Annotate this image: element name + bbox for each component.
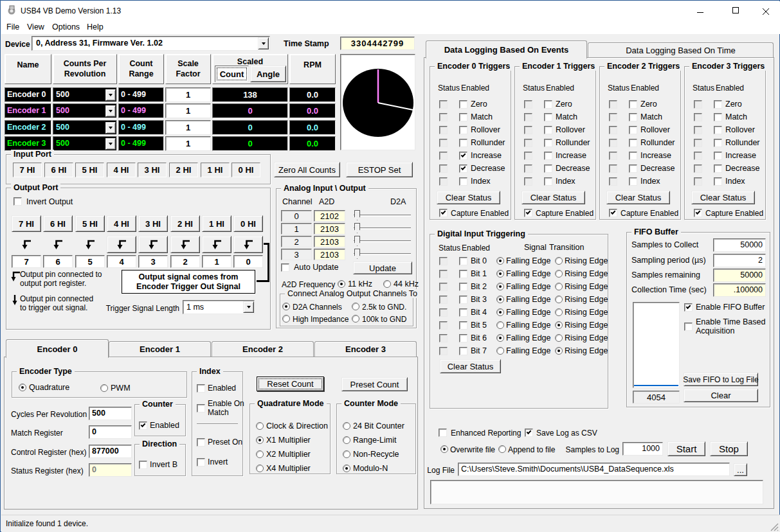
bit-enabled-checkbox[interactable] [459, 321, 467, 330]
menu-file[interactable]: File [6, 22, 19, 32]
trigger-enabled-checkbox[interactable] [629, 177, 637, 186]
enable-on-match-checkbox[interactable] [197, 404, 205, 412]
output-port-0-hi[interactable]: 0 HI [233, 215, 263, 232]
bit-enabled-checkbox[interactable] [459, 347, 467, 355]
cpr-combo[interactable]: 500 [53, 136, 117, 151]
scale-factor-field[interactable]: 1 [165, 103, 211, 118]
bit-enabled-checkbox[interactable] [459, 257, 467, 265]
trigger-enabled-checkbox[interactable] [629, 152, 637, 160]
trigger-enabled-checkbox[interactable] [544, 100, 552, 109]
trigger-enabled-checkbox[interactable] [629, 139, 637, 147]
estop-set-button[interactable]: ESTOP Set [346, 162, 413, 177]
invert-output-checkbox[interactable] [14, 197, 22, 206]
input-port-3[interactable]: 3 HI [138, 163, 167, 177]
trigger-enabled-checkbox[interactable] [714, 152, 722, 160]
fifo-field-value[interactable]: 2 [713, 254, 766, 267]
trigger-enabled-checkbox[interactable] [459, 177, 467, 186]
trigger-enabled-checkbox[interactable] [629, 100, 637, 109]
output-pin-2-value[interactable]: 2 [170, 255, 200, 268]
capture-enabled-checkbox[interactable] [694, 209, 702, 217]
trigger-enabled-checkbox[interactable] [714, 113, 722, 121]
cpr-combo[interactable]: 500 [53, 120, 117, 135]
save-fifo-button[interactable]: Save FIFO to Log File [684, 373, 758, 386]
trigger-enabled-checkbox[interactable] [714, 177, 722, 186]
clear-status-button[interactable]: Clear Status [437, 191, 500, 204]
trigger-length-select[interactable]: 1 ms [183, 300, 255, 314]
rising-edge-radio[interactable] [555, 257, 563, 265]
trigger-enabled-checkbox[interactable] [544, 126, 552, 134]
trigger-enabled-checkbox[interactable] [459, 164, 467, 173]
close-button[interactable] [762, 6, 770, 14]
cpr-dropdown-button[interactable] [105, 138, 116, 150]
enable-fifo-checkbox[interactable] [684, 303, 693, 312]
trigger-enabled-checkbox[interactable] [544, 139, 552, 147]
falling-edge-radio[interactable] [496, 347, 504, 355]
output-pin-3-mode-button[interactable] [138, 236, 168, 253]
rising-edge-radio[interactable] [555, 296, 563, 303]
tab-encoder-1[interactable]: Encoder 1 [109, 341, 211, 357]
connect-option-radio[interactable] [352, 303, 359, 310]
cpr-combo[interactable]: 500 [53, 103, 117, 118]
clear-status-button[interactable]: Clear Status [522, 191, 585, 204]
output-pin-5-mode-button[interactable] [75, 236, 105, 253]
menu-options[interactable]: Options [52, 22, 80, 32]
counter-mode-radio[interactable] [343, 465, 350, 472]
device-dropdown-button[interactable] [258, 37, 269, 49]
falling-edge-radio[interactable] [496, 308, 504, 316]
freq-44khz-radio[interactable] [383, 280, 391, 288]
input-port-1[interactable]: 1 HI [201, 163, 230, 177]
device-select[interactable]: 0, Address 31, Firmware Ver. 1.02 [32, 36, 270, 51]
start-button[interactable]: Start [667, 441, 705, 456]
angle-toggle-button[interactable]: Angle [250, 66, 286, 82]
auto-update-checkbox[interactable] [281, 263, 289, 272]
quadrature-radio[interactable] [19, 384, 26, 391]
append-file-radio[interactable] [498, 445, 506, 453]
zero-all-counts-button[interactable]: Zero All Counts [274, 162, 340, 177]
index-invert-checkbox[interactable] [197, 458, 205, 466]
trigger-enabled-checkbox[interactable] [629, 164, 637, 173]
browse-button[interactable]: ... [734, 463, 747, 476]
trigger-enabled-checkbox[interactable] [629, 126, 637, 134]
input-port-7[interactable]: 7 HI [13, 163, 42, 177]
input-port-6[interactable]: 6 HI [44, 163, 73, 177]
register-field[interactable]: 877000 [89, 445, 132, 458]
tab-encoder-3[interactable]: Encoder 3 [314, 341, 417, 357]
rising-edge-radio[interactable] [555, 308, 563, 316]
invert-b-checkbox[interactable] [139, 461, 147, 469]
counter-mode-radio[interactable] [343, 450, 350, 458]
tab-logging-events[interactable]: Data Logging Based On Events [426, 40, 587, 58]
output-pin-3-value[interactable]: 3 [138, 255, 168, 268]
scale-factor-field[interactable]: 1 [165, 136, 211, 151]
output-port-3-hi[interactable]: 3 HI [138, 215, 168, 232]
output-pin-1-value[interactable]: 1 [202, 255, 231, 268]
clear-status-button[interactable]: Clear Status [606, 191, 670, 204]
output-pin-4-mode-button[interactable] [107, 236, 136, 253]
register-field[interactable]: 500 [89, 407, 132, 420]
capture-enabled-checkbox[interactable] [439, 209, 448, 217]
trigger-enabled-checkbox[interactable] [459, 152, 467, 160]
cpr-combo[interactable]: 500 [53, 87, 117, 102]
menu-help[interactable]: Help [87, 22, 104, 32]
input-port-4[interactable]: 4 HI [107, 163, 136, 177]
capture-enabled-checkbox[interactable] [609, 209, 617, 217]
resize-grip[interactable] [770, 522, 779, 531]
bit-enabled-checkbox[interactable] [459, 283, 467, 291]
output-port-7-hi[interactable]: 7 HI [12, 215, 41, 232]
counter-mode-radio[interactable] [343, 436, 350, 444]
d2a-slider-track[interactable] [354, 240, 411, 242]
trigger-enabled-checkbox[interactable] [544, 113, 552, 121]
quad-mode-radio[interactable] [256, 465, 264, 472]
trigger-enabled-checkbox[interactable] [544, 152, 552, 160]
bit-enabled-checkbox[interactable] [459, 308, 467, 317]
trigger-enabled-checkbox[interactable] [714, 164, 722, 173]
enhanced-reporting-checkbox[interactable] [439, 429, 447, 437]
trigger-enabled-checkbox[interactable] [544, 164, 552, 173]
output-port-2-hi[interactable]: 2 HI [170, 215, 200, 232]
maximize-button[interactable] [732, 7, 739, 13]
falling-edge-radio[interactable] [496, 283, 504, 290]
cpr-dropdown-button[interactable] [105, 105, 116, 117]
fifo-field-value[interactable]: 50000 [713, 238, 766, 252]
enable-time-based-checkbox[interactable] [684, 323, 693, 331]
tab-encoder-2[interactable]: Encoder 2 [212, 341, 314, 357]
scale-factor-field[interactable]: 1 [165, 120, 211, 135]
